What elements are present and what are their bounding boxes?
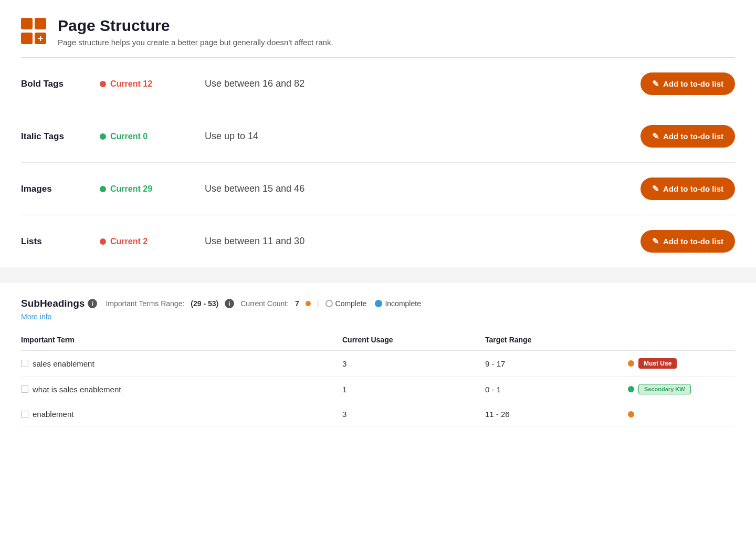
term-cell-2: enablement (21, 402, 342, 426)
status-dot-bold-tags (100, 81, 106, 87)
col-header-range: Target Range (485, 331, 628, 351)
terms-range-label: Important Terms Range: (106, 299, 184, 308)
row-status-images: Current 29 (100, 184, 205, 194)
structure-section: Bold Tags Current 12 Use between 16 and … (0, 58, 756, 267)
status-text-bold-tags: Current 12 (110, 79, 152, 89)
current-count-value: 7 (295, 299, 299, 308)
incomplete-circle-icon (375, 300, 382, 307)
status-text-images: Current 29 (110, 184, 152, 194)
task-icon: ✎ (652, 236, 659, 246)
row-label-lists: Lists (21, 236, 100, 247)
info-icon[interactable]: i (88, 299, 97, 308)
header-text-block: Page Structure Page structure helps you … (58, 17, 333, 47)
status-dot-italic-tags (100, 133, 106, 140)
row-description-images: Use between 15 and 46 (205, 183, 640, 194)
row-label-bold-tags: Bold Tags (21, 79, 100, 89)
status-dot-0 (628, 360, 634, 367)
col-header-term: Important Term (21, 331, 342, 351)
structure-row: Images Current 29 Use between 15 and 46 … (21, 163, 735, 215)
page-wrapper: + Page Structure Page structure helps yo… (0, 0, 756, 426)
add-to-do-button-bold-tags[interactable]: ✎ Add to to-do list (640, 72, 735, 95)
current-count-label: Current Count: (240, 299, 289, 308)
terms-table: Important Term Current Usage Target Rang… (21, 331, 735, 426)
badge-0: Must Use (638, 358, 677, 369)
col-header-status (628, 331, 735, 351)
table-body: sales enablement 3 9 - 17 Must Use (21, 351, 735, 426)
page-title: Page Structure (58, 17, 333, 35)
structure-row: Lists Current 2 Use between 11 and 30 ✎ … (21, 215, 735, 267)
icon-sq-3 (21, 33, 33, 44)
terms-range-value: (29 - 53) (191, 299, 218, 308)
table-row: what is sales enablement 1 0 - 1 Seconda… (21, 377, 735, 402)
status-cell-2 (628, 402, 735, 426)
status-cell-0: Must Use (628, 351, 735, 377)
legend: Complete Incomplete (326, 299, 421, 308)
range-value-1: 0 - 1 (485, 385, 501, 394)
icon-sq-plus: + (35, 33, 46, 44)
table-row: enablement 3 11 - 26 (21, 402, 735, 426)
row-description-bold-tags: Use between 16 and 82 (205, 78, 640, 89)
table-header: Important Term Current Usage Target Rang… (21, 331, 735, 351)
usage-cell-2: 3 (342, 402, 485, 426)
task-icon: ✎ (652, 79, 659, 89)
status-text-lists: Current 2 (110, 237, 148, 246)
status-dot-1 (628, 386, 634, 392)
current-count-dot (306, 301, 311, 306)
col-header-usage: Current Usage (342, 331, 485, 351)
page-icon: + (21, 18, 48, 45)
task-icon: ✎ (652, 184, 659, 194)
status-text-italic-tags: Current 0 (110, 132, 148, 141)
term-checkbox-2[interactable] (21, 411, 28, 418)
term-checkbox-0[interactable] (21, 360, 28, 367)
subheadings-title: SubHeadings i (21, 298, 97, 309)
range-value-2: 11 - 26 (485, 410, 510, 419)
structure-row: Italic Tags Current 0 Use up to 14 ✎ Add… (21, 110, 735, 163)
status-cell-1: Secondary KW (628, 377, 735, 402)
subheadings-header: SubHeadings i Important Terms Range: (29… (21, 298, 735, 309)
row-status-italic-tags: Current 0 (100, 132, 205, 141)
row-status-lists: Current 2 (100, 237, 205, 246)
add-to-do-button-lists[interactable]: ✎ Add to to-do list (640, 230, 735, 253)
status-dot-2 (628, 411, 634, 418)
subheadings-meta: Important Terms Range: (29 - 53) i Curre… (106, 299, 421, 308)
add-to-do-button-images[interactable]: ✎ Add to to-do list (640, 178, 735, 200)
term-checkbox-1[interactable] (21, 385, 28, 393)
badge-1: Secondary KW (638, 384, 691, 394)
term-cell-1: what is sales enablement (21, 377, 342, 402)
page-header: + Page Structure Page structure helps yo… (0, 0, 756, 57)
term-text-1: what is sales enablement (33, 385, 121, 394)
row-label-images: Images (21, 184, 100, 194)
add-to-do-button-italic-tags[interactable]: ✎ Add to to-do list (640, 125, 735, 148)
range-cell-1: 0 - 1 (485, 377, 628, 402)
legend-incomplete: Incomplete (375, 299, 421, 308)
row-label-italic-tags: Italic Tags (21, 131, 100, 142)
more-info-link[interactable]: More info (21, 312, 735, 321)
table-row: sales enablement 3 9 - 17 Must Use (21, 351, 735, 377)
icon-sq-1 (21, 18, 33, 29)
icon-sq-2 (35, 18, 46, 29)
status-dot-lists (100, 238, 106, 245)
row-description-lists: Use between 11 and 30 (205, 236, 640, 247)
row-status-bold-tags: Current 12 (100, 79, 205, 89)
structure-row: Bold Tags Current 12 Use between 16 and … (21, 58, 735, 110)
term-text-2: enablement (33, 410, 74, 419)
term-cell-0: sales enablement (21, 351, 342, 377)
status-dot-images (100, 186, 106, 192)
row-description-italic-tags: Use up to 14 (205, 131, 640, 142)
task-icon: ✎ (652, 131, 659, 141)
range-cell-2: 11 - 26 (485, 402, 628, 426)
legend-complete: Complete (326, 299, 367, 308)
usage-cell-1: 1 (342, 377, 485, 402)
complete-circle-icon (326, 300, 333, 307)
usage-cell-0: 3 (342, 351, 485, 377)
info-icon-2[interactable]: i (225, 299, 234, 308)
subheadings-section: SubHeadings i Important Terms Range: (29… (0, 283, 756, 426)
gray-section (0, 267, 756, 283)
table-header-row: Important Term Current Usage Target Rang… (21, 331, 735, 351)
page-subtitle: Page structure helps you create a better… (58, 38, 333, 47)
range-value-0: 9 - 17 (485, 359, 505, 368)
range-cell-0: 9 - 17 (485, 351, 628, 377)
term-text-0: sales enablement (33, 359, 94, 368)
